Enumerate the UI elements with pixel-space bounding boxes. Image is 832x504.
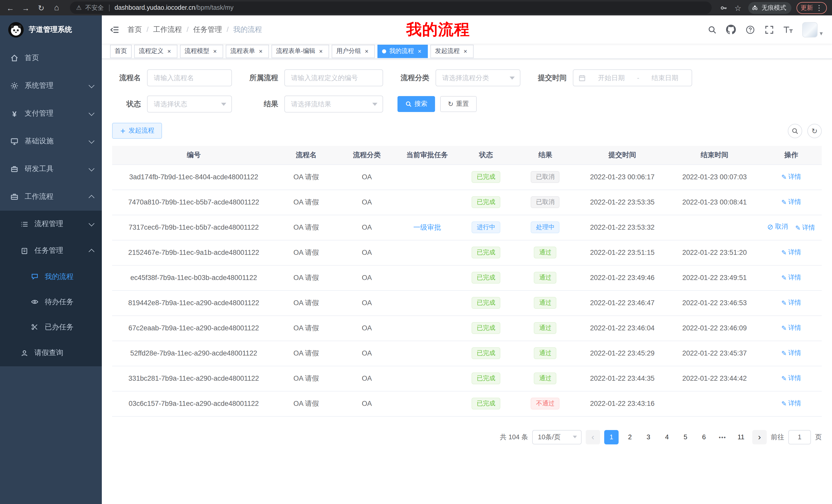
tag-process-form[interactable]: 流程表单	[226, 45, 269, 58]
refresh-table-button[interactable]	[807, 123, 822, 138]
close-icon[interactable]	[462, 48, 469, 55]
cell-submit-time: 2022-01-22 23:45:29	[576, 341, 669, 366]
start-date-input[interactable]: 开始日期	[590, 73, 633, 82]
detail-link[interactable]: 详情	[795, 223, 815, 232]
detail-link[interactable]: 详情	[781, 349, 801, 358]
sidebar-item-todo-tasks[interactable]: 待办任务	[0, 289, 102, 314]
sidebar-item-task-management[interactable]: 任务管理	[0, 237, 102, 264]
cell-result: 通过	[515, 341, 576, 366]
sidebar-item-process-management[interactable]: 流程管理	[0, 211, 102, 237]
detail-link[interactable]: 详情	[781, 173, 801, 181]
result-select[interactable]: 请选择流结果	[284, 95, 383, 113]
cell-end-time	[669, 391, 761, 416]
tag-process-model[interactable]: 流程模型	[180, 45, 223, 58]
process-name-input[interactable]	[147, 69, 232, 86]
toggle-search-button[interactable]	[788, 123, 802, 138]
sidebar-item-devtools[interactable]: 研发工具	[0, 155, 102, 183]
next-page-button[interactable]	[752, 430, 767, 444]
sidebar-item-my-process[interactable]: 我的流程	[0, 264, 102, 289]
tag-process-form-edit[interactable]: 流程表单-编辑	[271, 45, 329, 58]
start-process-button[interactable]: 发起流程	[112, 123, 162, 139]
tag-process-definition[interactable]: 流程定义	[134, 45, 177, 58]
sidebar-item-leave-query[interactable]: 请假查询	[0, 340, 102, 366]
tag-my-process[interactable]: 我的流程	[378, 45, 428, 58]
back-icon[interactable]	[5, 4, 16, 11]
detail-link[interactable]: 详情	[781, 299, 801, 307]
breadcrumb-home[interactable]: 首页	[128, 25, 142, 34]
close-icon[interactable]	[257, 48, 264, 55]
detail-link[interactable]: 详情	[781, 248, 801, 257]
cell-name: OA 请假	[275, 164, 337, 190]
status-select[interactable]: 请选择状态	[147, 95, 232, 113]
detail-link[interactable]: 详情	[781, 198, 801, 206]
url-text[interactable]: dashboard.yudao.iocoder.cn/bpm/task/my	[115, 4, 234, 11]
breadcrumb-workflow[interactable]: 工作流程	[142, 25, 182, 34]
sidebar-item-infrastructure[interactable]: 基础设施	[0, 128, 102, 155]
tag-start-process[interactable]: 发起流程	[431, 45, 474, 58]
process-category-select[interactable]: 请选择流程分类	[436, 69, 520, 86]
user-avatar[interactable]	[802, 22, 823, 37]
close-icon[interactable]	[416, 48, 423, 55]
reload-icon[interactable]	[36, 4, 46, 11]
browser-menu-icon[interactable]	[815, 4, 823, 12]
font-size-icon[interactable]	[783, 24, 794, 35]
table-row: 03c6c157-7b9a-11ec-a290-acde48001122 OA …	[112, 391, 822, 416]
sidebar-item-label: 我的流程	[45, 272, 74, 281]
forward-icon[interactable]	[21, 4, 31, 11]
page-size-select[interactable]: 10条/页	[532, 430, 581, 444]
detail-link[interactable]: 详情	[781, 374, 801, 383]
sidebar-collapse-icon[interactable]	[102, 16, 128, 44]
goto-page-input[interactable]	[788, 430, 811, 444]
cell-name: OA 请假	[275, 341, 337, 366]
detail-link[interactable]: 详情	[781, 399, 801, 408]
chevron-down-icon	[221, 103, 226, 106]
page-button-3[interactable]: 3	[641, 430, 656, 444]
end-date-input[interactable]: 结束日期	[643, 73, 686, 82]
page-button-6[interactable]: 6	[697, 430, 711, 444]
cell-result: 不通过	[515, 391, 576, 416]
sidebar-item-system[interactable]: 系统管理	[0, 72, 102, 100]
app-logo-row[interactable]: 芋道管理系统	[0, 16, 102, 44]
sidebar-item-payment[interactable]: 支付管理	[0, 100, 102, 128]
prev-page-button[interactable]	[586, 430, 600, 444]
pagination-total: 共 104 条	[500, 432, 528, 442]
fullscreen-icon[interactable]	[764, 24, 774, 35]
detail-link[interactable]: 详情	[781, 324, 801, 332]
sidebar-item-done-tasks[interactable]: 已办任务	[0, 314, 102, 340]
home-icon[interactable]	[51, 4, 62, 12]
help-icon[interactable]	[745, 24, 755, 35]
security-warning-icon[interactable]	[76, 4, 82, 11]
current-task-link[interactable]: 一级审批	[413, 223, 441, 231]
cancel-link[interactable]: 取消	[768, 223, 788, 231]
bookmark-star-icon[interactable]	[733, 4, 743, 11]
detail-link[interactable]: 详情	[781, 273, 801, 282]
page-button-4[interactable]: 4	[660, 430, 674, 444]
close-icon[interactable]	[165, 48, 173, 55]
github-icon[interactable]	[726, 24, 736, 35]
search-button[interactable]: 搜索	[397, 96, 435, 112]
page-button-11[interactable]: 11	[734, 430, 748, 444]
sidebar-item-workflow[interactable]: 工作流程	[0, 183, 102, 211]
reset-button[interactable]: 重置	[440, 96, 477, 112]
password-key-icon[interactable]	[720, 4, 728, 11]
address-bar[interactable]: 不安全 dashboard.yudao.iocoder.cn/bpm/task/…	[70, 2, 712, 14]
tag-home[interactable]: 首页	[110, 45, 132, 58]
date-range-picker[interactable]: 开始日期 - 结束日期	[573, 69, 692, 86]
page-ellipsis-button[interactable]: •••	[715, 430, 730, 444]
page-button-1[interactable]: 1	[604, 430, 619, 444]
close-icon[interactable]	[317, 48, 324, 55]
close-icon[interactable]	[211, 48, 218, 55]
cell-actions: 详情	[761, 290, 822, 315]
tag-user-group[interactable]: 用户分组	[332, 45, 375, 58]
chrome-update-button[interactable]: 更新	[797, 2, 827, 13]
security-label[interactable]: 不安全	[85, 3, 104, 12]
search-icon[interactable]	[707, 24, 717, 35]
parent-process-input[interactable]	[284, 69, 383, 86]
close-icon[interactable]	[363, 48, 370, 55]
page-button-2[interactable]: 2	[623, 430, 637, 444]
page-button-5[interactable]: 5	[678, 430, 693, 444]
breadcrumb-task-management[interactable]: 任务管理	[182, 25, 222, 34]
edit-icon	[781, 324, 787, 332]
sidebar-item-home[interactable]: 首页	[0, 44, 102, 72]
caret-down-icon	[820, 28, 823, 37]
